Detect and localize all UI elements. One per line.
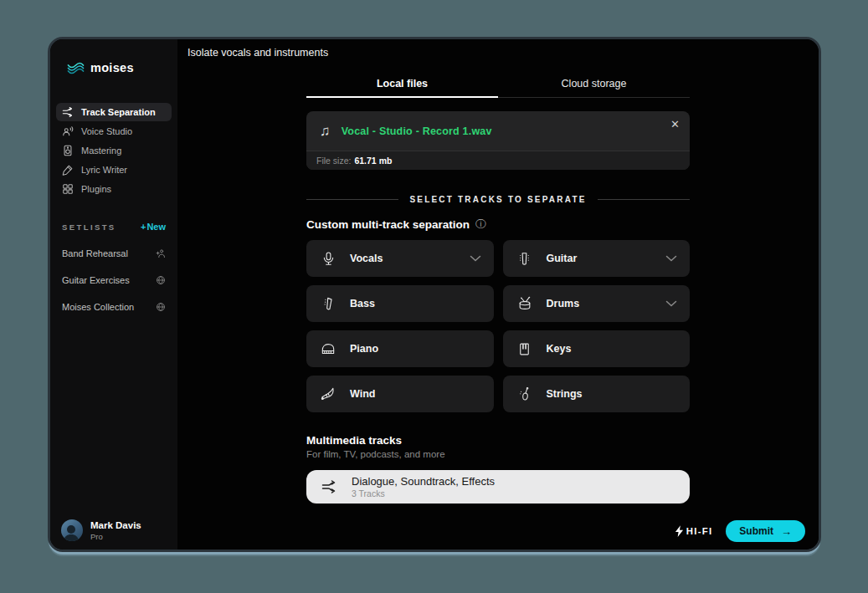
tab-local-files[interactable]: Local files [306,78,498,97]
microphone-icon [319,249,337,268]
sidebar-nav: Track Separation Voice Studio [50,91,177,198]
file-size-label: File size: [316,156,351,166]
sidebar-item-plugins[interactable]: Plugins [56,180,172,198]
sidebar-item-label: Track Separation [81,107,156,117]
track-separation-icon [62,106,74,118]
sidebar-item-label: Plugins [81,184,111,194]
track-card-piano[interactable]: Piano [306,330,494,367]
info-icon[interactable]: ⓘ [475,219,486,230]
multimedia-title: Multimedia tracks [306,434,690,447]
chevron-down-icon[interactable] [470,255,481,262]
multimedia-card-title: Dialogue, Soundtrack, Effects [352,475,495,488]
multimedia-card-subtitle: 3 Tracks [352,488,495,498]
multimedia-track-card[interactable]: Dialogue, Soundtrack, Effects 3 Tracks [306,470,690,504]
drums-icon [516,294,534,313]
app-window: moises Track Separation [48,37,821,552]
avatar [61,519,83,541]
chevron-down-icon[interactable] [665,255,677,262]
user-plan-badge: Pro [90,532,141,541]
music-note-icon: ♫ [320,124,331,138]
user-name: Mark Davis [90,519,141,531]
bass-icon [319,294,337,313]
hifi-label: HI-FI [686,526,713,536]
sidebar-item-lyric-writer[interactable]: Lyric Writer [56,161,172,179]
setlist-label: Guitar Exercises [62,275,130,285]
page-title: Isolate vocals and instruments [187,47,328,59]
track-card-drums[interactable]: Drums [503,285,691,322]
keys-icon [516,340,534,358]
hifi-toggle[interactable]: HI-FI [675,525,711,537]
setlist-item-moises-collection[interactable]: Moises Collection [62,302,166,312]
guitar-icon [516,249,534,268]
waves-logo-icon [67,62,85,74]
sidebar-item-label: Voice Studio [81,126,132,136]
setlist-label: Moises Collection [62,302,134,312]
setlists-section: SETLISTS +New Band Rehearsal Guitar Exer… [50,222,177,312]
setlist-item-band-rehearsal[interactable]: Band Rehearsal [62,248,166,258]
piano-icon [319,340,337,358]
plugins-icon [62,183,74,195]
setlist-label: Band Rehearsal [62,248,128,258]
user-account[interactable]: Mark Davis Pro [50,509,177,550]
shared-setlist-icon [156,248,166,258]
action-bar: HI-FI Submit → [675,520,805,542]
plus-icon: + [141,222,146,232]
moises-logo: moises [50,39,177,91]
track-card-guitar[interactable]: Guitar [503,240,691,277]
lightning-bolt-icon [675,525,684,537]
lyric-writer-icon [62,164,74,176]
arrow-right-icon: → [781,525,792,538]
globe-icon [156,275,166,285]
split-tracks-icon [321,478,337,495]
track-card-wind[interactable]: Wind [306,376,494,412]
submit-button[interactable]: Submit → [726,520,805,542]
file-size-value: 61.71 mb [354,156,392,166]
close-icon[interactable]: ✕ [670,119,680,130]
mastering-icon [62,145,74,156]
sidebar-item-label: Lyric Writer [81,165,127,175]
sidebar-item-mastering[interactable]: Mastering [56,141,172,160]
uploaded-file-card: ♫ Vocal - Studio - Record 1.wav ✕ File s… [306,111,690,170]
track-card-vocals[interactable]: Vocals [306,240,494,277]
section-separator: SELECT TRACKS TO SEPARATE [306,195,690,204]
track-grid: Vocals Guitar [306,240,690,412]
sidebar-item-track-separation[interactable]: Track Separation [56,103,172,121]
separator-label: SELECT TRACKS TO SEPARATE [409,195,586,204]
voice-studio-icon [62,125,74,137]
tab-bar: Local files Cloud storage [306,78,690,98]
track-card-bass[interactable]: Bass [306,285,494,322]
sidebar: moises Track Separation [50,39,177,550]
setlists-heading: SETLISTS [62,222,116,232]
chevron-down-icon[interactable] [665,300,677,307]
multimedia-subtitle: For film, TV, podcasts, and more [306,449,690,459]
track-card-keys[interactable]: Keys [503,330,691,367]
logo-wordmark: moises [90,61,134,74]
file-name: Vocal - Studio - Record 1.wav [342,125,492,137]
setlist-item-guitar-exercises[interactable]: Guitar Exercises [62,275,166,285]
main-panel: Isolate vocals and instruments Local fil… [177,39,819,550]
track-card-strings[interactable]: Strings [503,376,691,412]
wind-trumpet-icon [319,385,337,403]
sidebar-item-label: Mastering [81,146,121,156]
strings-violin-icon [516,385,534,403]
globe-icon [156,302,166,312]
custom-separation-title: Custom multi-track separation [306,218,470,231]
sidebar-item-voice-studio[interactable]: Voice Studio [56,122,172,141]
new-setlist-button[interactable]: +New [141,222,166,232]
tab-cloud-storage[interactable]: Cloud storage [498,78,690,97]
